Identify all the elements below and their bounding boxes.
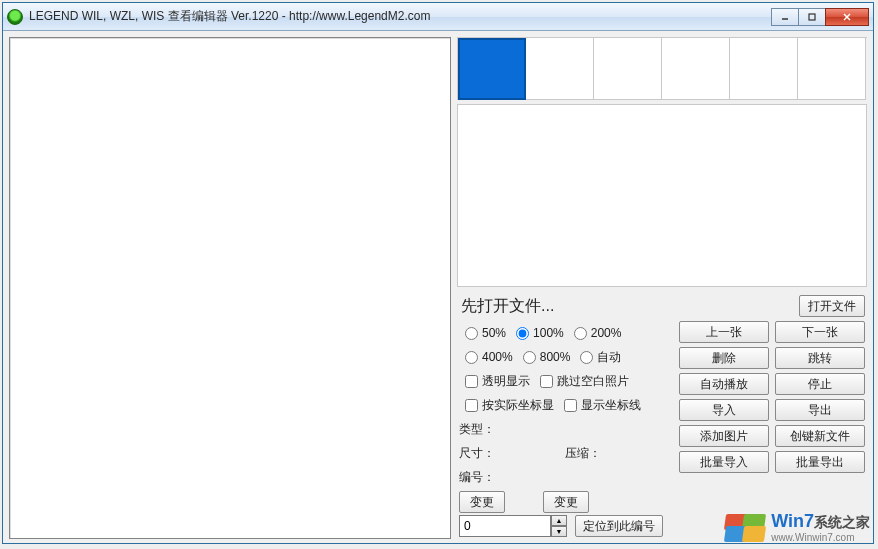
titlebar: LEGEND WIL, WZL, WIS 查看编辑器 Ver.1220 - ht… — [3, 3, 873, 31]
svg-rect-1 — [809, 14, 815, 20]
label-size: 尺寸： — [459, 445, 511, 462]
zoom-row-2: 400% 800% 自动 — [459, 345, 679, 369]
close-button[interactable] — [825, 8, 869, 26]
label-compress: 压缩： — [565, 445, 601, 462]
zoom-800[interactable]: 800% — [517, 350, 571, 364]
app-icon — [7, 9, 23, 25]
zoom-400[interactable]: 400% — [459, 350, 513, 364]
stop-button[interactable]: 停止 — [775, 373, 865, 395]
next-button[interactable]: 下一张 — [775, 321, 865, 343]
jump-button[interactable]: 跳转 — [775, 347, 865, 369]
add-image-button[interactable]: 添加图片 — [679, 425, 769, 447]
thumbnail-item[interactable] — [730, 38, 798, 100]
thumbnail-strip — [457, 37, 867, 100]
window-controls — [772, 8, 869, 26]
index-input[interactable] — [459, 515, 551, 537]
export-button[interactable]: 导出 — [775, 399, 865, 421]
label-index: 编号： — [459, 469, 511, 486]
control-panel: 先打开文件... 打开文件 50% 100% 200% 400% 800% — [457, 291, 867, 539]
index-spinner[interactable]: ▲ ▼ — [459, 515, 567, 537]
main-preview-pane — [9, 37, 451, 539]
batch-export-button[interactable]: 批量导出 — [775, 451, 865, 473]
spinner-up-icon[interactable]: ▲ — [551, 515, 567, 526]
thumbnail-item[interactable] — [662, 38, 730, 100]
batch-import-button[interactable]: 批量导入 — [679, 451, 769, 473]
delete-button[interactable]: 删除 — [679, 347, 769, 369]
change-compress-button[interactable]: 变更 — [543, 491, 589, 513]
thumbnail-item[interactable] — [458, 38, 526, 100]
thumbnail-item[interactable] — [594, 38, 662, 100]
zoom-50[interactable]: 50% — [459, 326, 506, 340]
zoom-100[interactable]: 100% — [510, 326, 564, 340]
right-column: 先打开文件... 打开文件 50% 100% 200% 400% 800% — [457, 37, 867, 539]
spinner-down-icon[interactable]: ▼ — [551, 526, 567, 537]
check-show-grid[interactable]: 显示坐标线 — [558, 397, 641, 414]
client-area: 先打开文件... 打开文件 50% 100% 200% 400% 800% — [3, 31, 873, 543]
zoom-200[interactable]: 200% — [568, 326, 622, 340]
window-title: LEGEND WIL, WZL, WIS 查看编辑器 Ver.1220 - ht… — [29, 8, 430, 25]
zoom-row-1: 50% 100% 200% — [459, 321, 679, 345]
thumbnail-item[interactable] — [798, 38, 866, 100]
secondary-preview — [457, 104, 867, 287]
new-file-button[interactable]: 创键新文件 — [775, 425, 865, 447]
check-skip-blank[interactable]: 跳过空白照片 — [534, 373, 629, 390]
label-type: 类型： — [459, 421, 511, 438]
thumbnail-item[interactable] — [526, 38, 594, 100]
minimize-button[interactable] — [771, 8, 799, 26]
import-button[interactable]: 导入 — [679, 399, 769, 421]
check-transparent[interactable]: 透明显示 — [459, 373, 530, 390]
open-file-prompt: 先打开文件... — [459, 296, 799, 317]
prev-button[interactable]: 上一张 — [679, 321, 769, 343]
locate-button[interactable]: 定位到此编号 — [575, 515, 663, 537]
app-window: LEGEND WIL, WZL, WIS 查看编辑器 Ver.1220 - ht… — [2, 2, 874, 544]
open-file-button[interactable]: 打开文件 — [799, 295, 865, 317]
maximize-button[interactable] — [798, 8, 826, 26]
check-real-coord[interactable]: 按实际坐标显 — [459, 397, 554, 414]
zoom-auto[interactable]: 自动 — [574, 349, 621, 366]
change-size-button[interactable]: 变更 — [459, 491, 505, 513]
autoplay-button[interactable]: 自动播放 — [679, 373, 769, 395]
